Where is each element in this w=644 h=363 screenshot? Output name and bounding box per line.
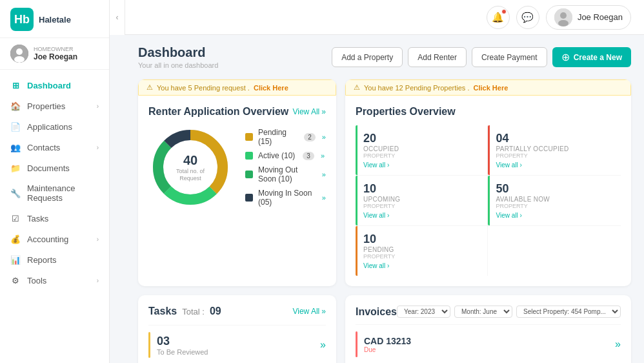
- page-title: Dashboard: [138, 45, 218, 60]
- invoice-bar: [356, 331, 357, 357]
- sidebar-item-label-applications: Applications: [27, 122, 72, 132]
- prop-number-pending: 10: [363, 233, 480, 246]
- prop-label-partial: Partially occupied: [496, 145, 613, 152]
- prop-bar-pending: [356, 226, 357, 276]
- prop-number-upcoming: 10: [363, 182, 480, 196]
- month-filter[interactable]: Month: June: [454, 306, 512, 318]
- renter-overview-card: ⚠ You have 5 Pending request . Click Her…: [138, 79, 336, 286]
- chat-icon: 💬: [521, 12, 534, 23]
- sidebar-item-contacts[interactable]: 👥 Contacts ›: [0, 137, 109, 158]
- properties-alert-bar: ⚠ You have 12 Pending Properties . Click…: [345, 79, 631, 96]
- applications-icon: 📄: [10, 121, 21, 132]
- user-profile-button[interactable]: Joe Roegan: [546, 5, 631, 30]
- messages-button[interactable]: 💬: [516, 6, 539, 29]
- properties-alert-text: You have 12 Pending Properties .: [364, 84, 470, 92]
- prop-stat-available: 50 Available Now PROPERTY View all ›: [488, 176, 621, 226]
- sidebar-item-reports[interactable]: 📊 Reports: [0, 249, 109, 270]
- properties-title: Properties Overview: [356, 106, 456, 118]
- prop-label-available: Available Now: [496, 196, 613, 203]
- dashboard-icon: ⊞: [10, 80, 21, 90]
- sidebar-nav: ⊞ Dashboard 🏠 Properties › 📄 Application…: [0, 70, 109, 363]
- prop-number-occupied: 20: [363, 132, 480, 145]
- sidebar-item-documents[interactable]: 📁 Documents: [0, 158, 109, 178]
- prop-view-partial[interactable]: View all ›: [496, 161, 613, 169]
- legend-item-active: Active (10) 3 »: [245, 151, 326, 160]
- tasks-title-row: Tasks Total : 09 View All »: [148, 306, 326, 317]
- legend-arrow-moving-in: »: [322, 194, 326, 202]
- logo-area: Hb Haletale: [0, 0, 109, 38]
- chevron-icon-accounting: ›: [97, 236, 99, 243]
- legend-dot-moving-in: [245, 194, 253, 202]
- donut-total: 40: [176, 153, 205, 168]
- properties-alert-link[interactable]: Click Here: [473, 84, 508, 92]
- page-subtitle: Your all in one dashboard: [138, 61, 218, 69]
- tasks-title-area: Tasks Total : 09: [148, 306, 221, 317]
- invoices-title: Invoices: [356, 306, 397, 318]
- tasks-view-all[interactable]: View All »: [292, 307, 326, 316]
- prop-stat-occupied: 20 Occupied PROPERTY View all ›: [356, 125, 488, 176]
- properties-overview-card: ⚠ You have 12 Pending Properties . Click…: [345, 79, 631, 286]
- invoices-card: Invoices Year: 2023 Month: June Select P…: [345, 295, 631, 363]
- renter-view-all[interactable]: View All »: [292, 107, 326, 116]
- sidebar-item-dashboard[interactable]: ⊞ Dashboard: [0, 75, 109, 96]
- sidebar-item-applications[interactable]: 📄 Applications: [0, 116, 109, 137]
- prop-view-pending[interactable]: View all ›: [363, 262, 480, 269]
- prop-view-occupied[interactable]: View all ›: [363, 161, 480, 169]
- create-new-button[interactable]: ⊕ Create a New: [552, 47, 631, 67]
- svg-point-6: [560, 12, 567, 19]
- sidebar-item-tools[interactable]: ⚙ Tools ›: [0, 270, 109, 291]
- prop-view-available[interactable]: View all ›: [496, 212, 613, 219]
- task-details: 03 To Be Reviewed: [157, 335, 208, 356]
- task-label: To Be Reviewed: [157, 348, 208, 356]
- renter-card-title: Renter Application Overview: [148, 106, 288, 118]
- sidebar-item-maintenance[interactable]: 🔧 Maintenance Requests: [0, 178, 109, 208]
- property-filter[interactable]: Select Property: 454 Pomp...: [516, 306, 621, 318]
- invoice-amount: CAD 13213: [364, 336, 411, 346]
- legend-arrow-active: »: [321, 152, 325, 160]
- legend-item-moving-out: Moving Out Soon (10) »: [245, 165, 326, 183]
- legend-dot-active: [245, 152, 253, 160]
- notifications-button[interactable]: 🔔: [487, 6, 510, 29]
- properties-card-inner: Properties Overview 20 Occupied PROPERTY…: [345, 96, 631, 286]
- prop-bar-upcoming: [356, 176, 357, 225]
- logo-icon: Hb: [10, 8, 34, 31]
- sidebar-item-label-maintenance: Maintenance Requests: [27, 183, 99, 203]
- documents-icon: 📁: [10, 163, 21, 173]
- sidebar-item-tasks[interactable]: ☑ Tasks: [0, 208, 109, 229]
- tasks-card: Tasks Total : 09 View All » 03 To B: [138, 295, 336, 363]
- prop-label-pending: Pending: [363, 246, 480, 253]
- prop-stat-upcoming: 10 Upcoming PROPERTY View all ›: [356, 176, 488, 226]
- prop-bar-partial: [488, 125, 490, 175]
- add-renter-button[interactable]: Add Renter: [408, 47, 467, 67]
- renter-alert-link[interactable]: Click Here: [254, 84, 288, 92]
- legend-arrow-moving-out: »: [322, 171, 326, 178]
- alert-icon: ⚠: [146, 83, 153, 92]
- sidebar-item-label-tasks: Tasks: [27, 214, 48, 223]
- svg-point-3: [16, 48, 23, 55]
- task-number: 03: [157, 335, 208, 348]
- page-header: Dashboard Your all in one dashboard Add …: [138, 45, 631, 69]
- sidebar-collapse-button[interactable]: ‹: [110, 0, 125, 35]
- chevron-right-icon: »: [321, 107, 326, 116]
- add-property-button[interactable]: Add a Property: [332, 47, 403, 67]
- prop-view-upcoming[interactable]: View all ›: [363, 212, 480, 219]
- sidebar-item-accounting[interactable]: 💰 Accounting ›: [0, 229, 109, 249]
- tasks-chevron-icon: »: [321, 307, 326, 316]
- invoice-arrow[interactable]: »: [615, 338, 621, 350]
- svg-point-4: [14, 56, 25, 63]
- contacts-icon: 👥: [10, 142, 21, 152]
- svg-point-7: [558, 20, 569, 26]
- invoices-header: Invoices Year: 2023 Month: June Select P…: [356, 306, 621, 318]
- invoice-item-left: CAD 13213 Due: [356, 331, 411, 357]
- reports-icon: 📊: [10, 254, 21, 265]
- task-arrow[interactable]: »: [320, 339, 326, 351]
- sidebar-user-role: HOMEOWNER: [34, 46, 77, 52]
- page-title-block: Dashboard Your all in one dashboard: [138, 45, 218, 69]
- sidebar-item-properties[interactable]: 🏠 Properties ›: [0, 96, 109, 116]
- sidebar-avatar: [10, 45, 28, 63]
- donut-chart: 40 Total no. of Request: [148, 125, 232, 209]
- create-payment-button[interactable]: Create Payment: [472, 47, 547, 67]
- sidebar-item-label-accounting: Accounting: [27, 234, 68, 244]
- year-filter[interactable]: Year: 2023: [397, 306, 450, 318]
- tasks-title: Tasks: [148, 306, 177, 317]
